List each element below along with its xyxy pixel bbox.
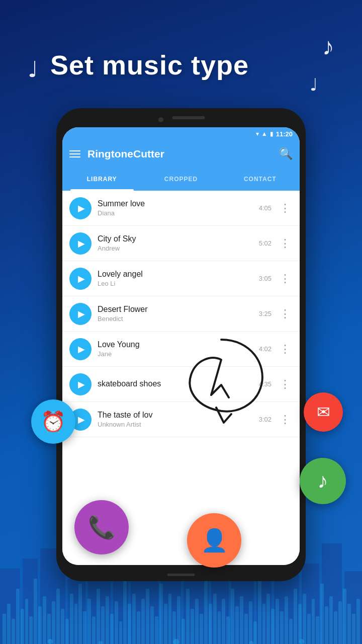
music-note-left: ♩ <box>28 56 38 82</box>
more-menu-button[interactable]: ⋮ <box>278 272 293 285</box>
play-icon: ▶ <box>78 344 85 355</box>
song-title: Summer love <box>98 199 253 208</box>
song-info: The taste of lov Unknown Artist <box>98 411 253 428</box>
play-button[interactable]: ▶ <box>69 338 92 360</box>
song-artist: Diana <box>98 209 253 217</box>
song-item: ▶ Desert Flower Benedict 3:25 ⋮ <box>62 296 300 332</box>
music-note-right-1: ♪ <box>322 33 334 60</box>
play-icon: ▶ <box>78 238 85 249</box>
song-item: ▶ City of Sky Andrew 5:02 ⋮ <box>62 226 300 261</box>
song-item: ▶ Lovely angel Leo Li 3:05 ⋮ <box>62 261 300 296</box>
song-duration: 4:35 <box>259 380 272 388</box>
float-contact-button[interactable]: 👤 <box>187 513 241 568</box>
song-item: ▶ The taste of lov Unknown Artist 3:02 ⋮ <box>62 402 300 437</box>
song-title: Desert Flower <box>98 305 253 314</box>
search-button[interactable]: 🔍 <box>279 147 293 160</box>
float-alarm-button[interactable]: ⏰ <box>31 399 75 444</box>
more-menu-button[interactable]: ⋮ <box>278 237 293 250</box>
play-icon: ▶ <box>78 414 85 425</box>
song-title: skateboard shoes <box>98 379 253 388</box>
menu-button[interactable] <box>69 150 80 157</box>
float-mail-button[interactable]: ✉ <box>304 392 343 432</box>
song-artist: Unknown Artist <box>98 421 253 428</box>
play-button[interactable]: ▶ <box>69 373 92 395</box>
play-button[interactable]: ▶ <box>69 232 92 255</box>
phone-speaker <box>172 116 205 119</box>
tabs-container: LIBRARY CROPPED CONTACT <box>62 168 300 191</box>
music-note-right-2: ♩ <box>310 74 318 95</box>
battery-icon: ▮ <box>270 130 274 137</box>
song-item: ▶ skateboard shoes 4:35 ⋮ <box>62 367 300 402</box>
tab-library[interactable]: LIBRARY <box>62 168 141 191</box>
status-bar: ▾ ▲ ▮ 11:20 <box>62 127 300 140</box>
song-title: The taste of lov <box>98 411 253 420</box>
play-button[interactable]: ▶ <box>69 268 92 290</box>
phone-screen: ▾ ▲ ▮ 11:20 RingtoneCutter 🔍 LIBRARY CRO… <box>62 127 300 565</box>
tab-contact[interactable]: CONTACT <box>221 168 300 191</box>
person-icon: 👤 <box>201 527 228 553</box>
phone-call-icon: 📞 <box>88 514 116 540</box>
song-duration: 4:05 <box>259 204 272 212</box>
more-menu-button[interactable]: ⋮ <box>278 307 293 320</box>
app-bar: RingtoneCutter 🔍 <box>62 140 300 168</box>
song-duration: 3:05 <box>259 275 272 282</box>
play-icon: ▶ <box>78 273 85 284</box>
song-title: Lovely angel <box>98 270 253 279</box>
app-title: RingtoneCutter <box>87 148 272 160</box>
more-menu-button[interactable]: ⋮ <box>278 413 293 426</box>
song-item: ▶ Summer love Diana 4:05 ⋮ <box>62 191 300 226</box>
tab-cropped[interactable]: CROPPED <box>141 168 220 191</box>
song-info: Summer love Diana <box>98 199 253 217</box>
song-artist: Andrew <box>98 245 253 252</box>
status-time: 11:20 <box>276 130 293 138</box>
song-info: City of Sky Andrew <box>98 234 253 252</box>
song-duration: 3:25 <box>259 310 272 317</box>
play-button[interactable]: ▶ <box>69 303 92 325</box>
float-music-button[interactable]: ♪ <box>300 458 346 504</box>
song-info: Love Young Jane <box>98 340 253 358</box>
play-icon: ▶ <box>78 203 85 214</box>
song-title: Love Young <box>98 340 253 349</box>
page-title: Set music type <box>50 49 249 80</box>
phone-camera <box>158 117 163 122</box>
float-phone-button[interactable]: 📞 <box>74 500 129 554</box>
song-artist: Leo Li <box>98 280 253 287</box>
play-button[interactable]: ▶ <box>69 197 92 219</box>
more-menu-button[interactable]: ⋮ <box>278 202 293 215</box>
play-icon: ▶ <box>78 308 85 319</box>
music-note-icon: ♪ <box>318 469 328 493</box>
song-info: skateboard shoes <box>98 379 253 389</box>
song-info: Lovely angel Leo Li <box>98 270 253 287</box>
song-duration: 4:02 <box>259 345 272 353</box>
song-artist: Benedict <box>98 315 253 323</box>
song-info: Desert Flower Benedict <box>98 305 253 323</box>
phone-home-bar <box>167 574 195 576</box>
wifi-icon: ▾ <box>256 130 259 137</box>
signal-icon: ▲ <box>261 130 267 137</box>
song-duration: 5:02 <box>259 239 272 247</box>
more-menu-button[interactable]: ⋮ <box>278 378 293 391</box>
song-item: ▶ Love Young Jane 4:02 ⋮ <box>62 332 300 367</box>
mail-icon: ✉ <box>317 403 330 422</box>
song-duration: 3:02 <box>259 416 272 423</box>
play-icon: ▶ <box>78 379 85 390</box>
song-artist: Jane <box>98 350 253 358</box>
alarm-icon: ⏰ <box>41 410 66 434</box>
more-menu-button[interactable]: ⋮ <box>278 343 293 356</box>
song-title: City of Sky <box>98 234 253 244</box>
